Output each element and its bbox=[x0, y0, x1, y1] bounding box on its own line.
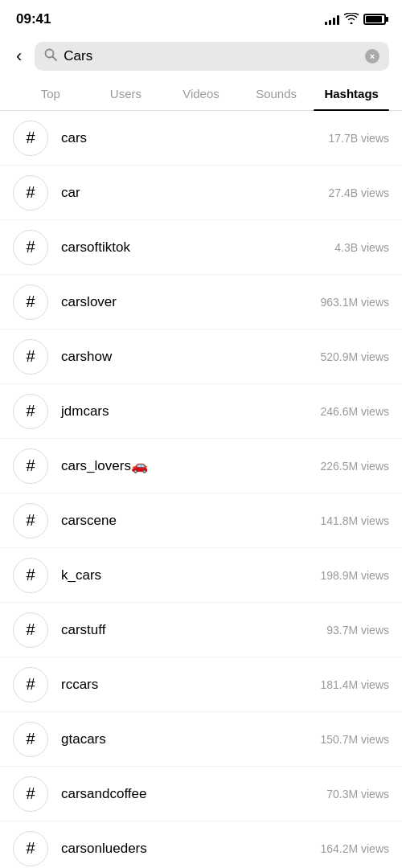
hashtag-item[interactable]: # cars 17.7B views bbox=[0, 111, 402, 166]
hashtag-name: carsonlueders bbox=[61, 841, 320, 857]
hashtag-name: carstuff bbox=[61, 622, 326, 638]
hashtag-item[interactable]: # carsonlueders 164.2M views bbox=[0, 821, 402, 868]
hashtag-name: carslover bbox=[61, 294, 320, 310]
hashtag-icon: # bbox=[13, 394, 48, 429]
hashtag-icon: # bbox=[13, 339, 48, 375]
signal-icon bbox=[325, 14, 339, 25]
tab-hashtags[interactable]: Hashtags bbox=[314, 77, 389, 110]
hashtag-item[interactable]: # carsoftiktok 4.3B views bbox=[0, 220, 402, 275]
hashtag-name: carshow bbox=[61, 349, 320, 365]
hashtag-views: 70.3M views bbox=[326, 788, 389, 800]
hashtag-item[interactable]: # carslover 963.1M views bbox=[0, 275, 402, 330]
hashtag-name: carsoftiktok bbox=[61, 240, 334, 256]
tab-top[interactable]: Top bbox=[13, 77, 88, 110]
hashtag-icon: # bbox=[13, 667, 48, 702]
hashtag-item[interactable]: # gtacars 150.7M views bbox=[0, 712, 402, 767]
hashtag-name: rccars bbox=[61, 677, 320, 693]
search-query[interactable]: Cars bbox=[64, 48, 359, 64]
hashtag-name: cars_lovers🚗 bbox=[61, 457, 320, 474]
hashtag-item[interactable]: # carscene 141.8M views bbox=[0, 493, 402, 548]
hashtag-views: 17.7B views bbox=[329, 132, 389, 145]
hashtag-views: 93.7M views bbox=[326, 624, 389, 637]
hashtag-icon: # bbox=[13, 503, 48, 538]
hashtag-views: 226.5M views bbox=[320, 460, 389, 473]
hashtag-name: carscene bbox=[61, 513, 320, 529]
hashtag-item[interactable]: # carstuff 93.7M views bbox=[0, 603, 402, 657]
hashtag-name: carsandcoffee bbox=[61, 786, 326, 802]
hashtag-icon: # bbox=[13, 121, 48, 156]
hashtag-icon: # bbox=[13, 285, 48, 320]
search-bar-container: ‹ Cars × bbox=[0, 35, 402, 77]
hashtag-views: 27.4B views bbox=[329, 186, 389, 199]
status-icons bbox=[325, 13, 386, 27]
hashtag-name: car bbox=[61, 185, 329, 201]
hashtag-item[interactable]: # carshow 520.9M views bbox=[0, 330, 402, 384]
hashtag-name: gtacars bbox=[61, 731, 320, 747]
wifi-icon bbox=[344, 13, 359, 27]
back-button[interactable]: ‹ bbox=[13, 43, 25, 70]
hashtag-icon: # bbox=[13, 230, 48, 265]
hashtag-icon: # bbox=[13, 175, 48, 211]
hashtag-icon: # bbox=[13, 558, 48, 593]
hashtag-views: 198.9M views bbox=[320, 569, 389, 582]
hashtag-icon: # bbox=[13, 831, 48, 866]
tab-videos[interactable]: Videos bbox=[163, 77, 239, 110]
status-time: 09:41 bbox=[16, 11, 51, 27]
svg-line-1 bbox=[53, 57, 57, 61]
tabs-container: Top Users Videos Sounds Hashtags bbox=[0, 77, 402, 111]
hashtag-item[interactable]: # jdmcars 246.6M views bbox=[0, 384, 402, 439]
hashtag-item[interactable]: # rccars 181.4M views bbox=[0, 657, 402, 712]
hashtag-item[interactable]: # car 27.4B views bbox=[0, 166, 402, 220]
hashtag-item[interactable]: # cars_lovers🚗 226.5M views bbox=[0, 439, 402, 493]
hashtag-name: jdmcars bbox=[61, 403, 320, 420]
hashtag-views: 141.8M views bbox=[320, 514, 389, 527]
hashtag-icon: # bbox=[13, 722, 48, 757]
hashtag-icon: # bbox=[13, 776, 48, 812]
hashtag-icon: # bbox=[13, 612, 48, 648]
hashtag-views: 164.2M views bbox=[320, 842, 389, 855]
hashtag-list: # cars 17.7B views # car 27.4B views # c… bbox=[0, 111, 402, 868]
hashtag-views: 150.7M views bbox=[320, 733, 389, 746]
status-bar: 09:41 bbox=[0, 0, 402, 35]
hashtag-icon: # bbox=[13, 448, 48, 484]
hashtag-name: cars bbox=[61, 130, 329, 146]
hashtag-views: 520.9M views bbox=[320, 350, 389, 363]
hashtag-views: 963.1M views bbox=[320, 296, 389, 309]
hashtag-item[interactable]: # carsandcoffee 70.3M views bbox=[0, 767, 402, 821]
hashtag-name: k_cars bbox=[61, 567, 320, 583]
battery-icon bbox=[363, 14, 386, 25]
clear-search-button[interactable]: × bbox=[365, 49, 379, 63]
search-bar: Cars × bbox=[35, 42, 389, 71]
hashtag-views: 246.6M views bbox=[320, 405, 389, 418]
tab-users[interactable]: Users bbox=[88, 77, 164, 110]
search-icon bbox=[44, 48, 57, 64]
hashtag-views: 4.3B views bbox=[334, 241, 389, 254]
hashtag-views: 181.4M views bbox=[320, 678, 389, 691]
hashtag-item[interactable]: # k_cars 198.9M views bbox=[0, 548, 402, 603]
tab-sounds[interactable]: Sounds bbox=[239, 77, 314, 110]
